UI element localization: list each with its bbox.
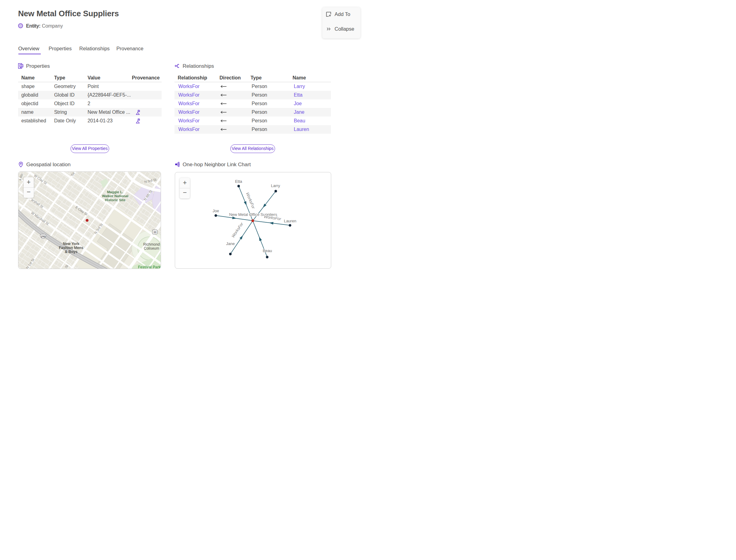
- svg-text:Walker National: Walker National: [102, 194, 128, 198]
- svg-text:Jane: Jane: [226, 241, 235, 246]
- svg-text:Coliseum: Coliseum: [144, 246, 159, 251]
- svg-text:250: 250: [41, 235, 45, 238]
- svg-text:Lauren: Lauren: [284, 218, 296, 223]
- svg-text:Maggie L.: Maggie L.: [107, 190, 123, 194]
- svg-text:33: 33: [153, 231, 156, 234]
- svg-text:Richmond: Richmond: [143, 242, 159, 247]
- svg-text:Larry: Larry: [271, 183, 280, 188]
- svg-text:Festival Park: Festival Park: [138, 265, 160, 269]
- svg-text:WorksFor: WorksFor: [264, 214, 282, 221]
- svg-text:Beau: Beau: [263, 248, 272, 253]
- svg-text:& Boys: & Boys: [65, 250, 78, 254]
- svg-text:Historic Site: Historic Site: [105, 198, 125, 202]
- svg-text:New York: New York: [63, 242, 79, 246]
- svg-text:Etta: Etta: [235, 179, 243, 184]
- svg-text:Fashion Mens: Fashion Mens: [59, 246, 83, 250]
- svg-text:Joe: Joe: [213, 209, 219, 213]
- svg-text:WorksFor: WorksFor: [245, 192, 256, 209]
